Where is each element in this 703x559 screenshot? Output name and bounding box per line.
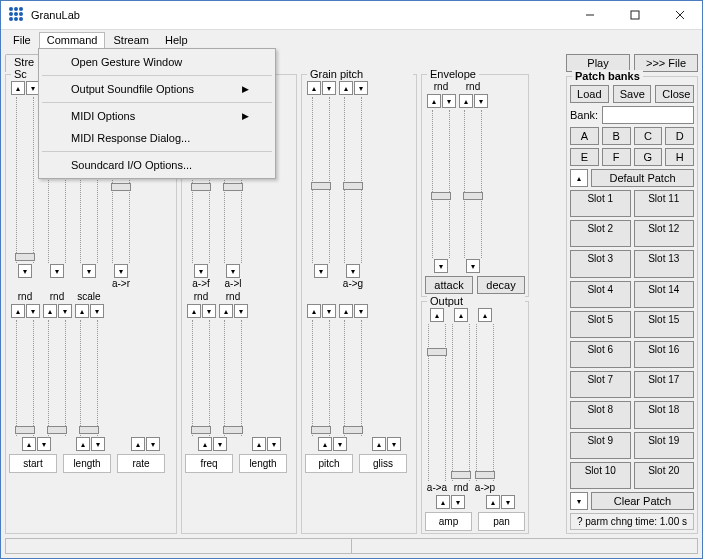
spin-up-icon[interactable]: ▴ <box>252 437 266 451</box>
slider-amp[interactable] <box>428 324 446 481</box>
spin-up-icon[interactable]: ▴ <box>43 304 57 318</box>
spin-down-icon[interactable]: ▾ <box>442 94 456 108</box>
slider-freq-rnd[interactable] <box>192 320 210 436</box>
slot-19-button[interactable]: Slot 19 <box>634 432 695 459</box>
slot-16-button[interactable]: Slot 16 <box>634 341 695 368</box>
slot-4-button[interactable]: Slot 4 <box>570 281 631 308</box>
bank-f-button[interactable]: F <box>602 148 631 166</box>
slot-14-button[interactable]: Slot 14 <box>634 281 695 308</box>
spin-up-icon[interactable]: ▴ <box>307 81 321 95</box>
spin-down-icon[interactable]: ▾ <box>213 437 227 451</box>
slot-13-button[interactable]: Slot 13 <box>634 250 695 277</box>
dropdown-icon[interactable]: ▾ <box>346 264 360 278</box>
slider-pitch2[interactable] <box>312 320 330 436</box>
bank-a-button[interactable]: A <box>570 127 599 145</box>
minimize-button[interactable] <box>567 1 612 29</box>
bank-b-button[interactable]: B <box>602 127 631 145</box>
menu-soundcard-io[interactable]: Soundcard I/O Options... <box>41 154 273 176</box>
spin-up-icon[interactable]: ▴ <box>339 81 353 95</box>
dropdown-icon[interactable]: ▾ <box>114 264 128 278</box>
spin-up-icon[interactable]: ▴ <box>219 304 233 318</box>
spin-down-icon[interactable]: ▾ <box>474 94 488 108</box>
clear-patch-button[interactable]: Clear Patch <box>591 492 694 510</box>
spin-up-icon[interactable]: ▴ <box>11 304 25 318</box>
dropdown-icon[interactable]: ▾ <box>194 264 208 278</box>
dropdown-icon[interactable]: ▾ <box>314 264 328 278</box>
spin-up-icon[interactable]: ▴ <box>11 81 25 95</box>
slider-rate-scale[interactable] <box>80 320 98 436</box>
menu-command[interactable]: Command <box>39 32 106 48</box>
spin-up-icon[interactable]: ▴ <box>454 308 468 322</box>
spin-down-icon[interactable]: ▾ <box>501 495 515 509</box>
dropdown-icon[interactable]: ▾ <box>18 264 32 278</box>
maximize-button[interactable] <box>612 1 657 29</box>
slot-11-button[interactable]: Slot 11 <box>634 190 695 217</box>
slot-12-button[interactable]: Slot 12 <box>634 220 695 247</box>
spin-up-icon[interactable]: ▴ <box>198 437 212 451</box>
spin-down-icon[interactable]: ▾ <box>90 304 104 318</box>
slider-length-rnd[interactable] <box>48 320 66 436</box>
clear-patch-down-icon[interactable]: ▾ <box>570 492 588 510</box>
spin-up-icon[interactable]: ▴ <box>430 308 444 322</box>
slot-8-button[interactable]: Slot 8 <box>570 401 631 428</box>
spin-up-icon[interactable]: ▴ <box>187 304 201 318</box>
dropdown-icon[interactable]: ▾ <box>466 259 480 273</box>
spin-up-icon[interactable]: ▴ <box>427 94 441 108</box>
spin-up-icon[interactable]: ▴ <box>478 308 492 322</box>
spin-up-icon[interactable]: ▴ <box>131 437 145 451</box>
slot-18-button[interactable]: Slot 18 <box>634 401 695 428</box>
bank-h-button[interactable]: H <box>665 148 694 166</box>
spin-down-icon[interactable]: ▾ <box>146 437 160 451</box>
close-bank-button[interactable]: Close <box>655 85 694 103</box>
attack-button[interactable]: attack <box>425 276 473 294</box>
spin-down-icon[interactable]: ▾ <box>333 437 347 451</box>
menu-help[interactable]: Help <box>157 32 196 48</box>
menu-output-soundfile[interactable]: Output Soundfile Options▶ <box>41 78 273 100</box>
slot-17-button[interactable]: Slot 17 <box>634 371 695 398</box>
spin-up-icon[interactable]: ▴ <box>75 304 89 318</box>
spin-down-icon[interactable]: ▾ <box>26 304 40 318</box>
slider-pan[interactable] <box>476 324 494 481</box>
bank-e-button[interactable]: E <box>570 148 599 166</box>
bank-input[interactable] <box>602 106 694 124</box>
spin-down-icon[interactable]: ▾ <box>37 437 51 451</box>
slider-pitch[interactable] <box>312 97 330 263</box>
spin-down-icon[interactable]: ▾ <box>267 437 281 451</box>
spin-up-icon[interactable]: ▴ <box>339 304 353 318</box>
load-button[interactable]: Load <box>570 85 609 103</box>
slider-glength-rnd[interactable] <box>224 320 242 436</box>
spin-down-icon[interactable]: ▾ <box>91 437 105 451</box>
slot-10-button[interactable]: Slot 10 <box>570 462 631 489</box>
spin-down-icon[interactable]: ▾ <box>387 437 401 451</box>
slider-start-rnd[interactable] <box>16 320 34 436</box>
slot-2-button[interactable]: Slot 2 <box>570 220 631 247</box>
slot-9-button[interactable]: Slot 9 <box>570 432 631 459</box>
bank-g-button[interactable]: G <box>634 148 663 166</box>
slot-6-button[interactable]: Slot 6 <box>570 341 631 368</box>
default-patch-button[interactable]: Default Patch <box>591 169 694 187</box>
slider-attack[interactable] <box>432 110 450 258</box>
spin-down-icon[interactable]: ▾ <box>234 304 248 318</box>
dropdown-icon[interactable]: ▾ <box>82 264 96 278</box>
decay-button[interactable]: decay <box>477 276 525 294</box>
slider-gliss[interactable] <box>344 97 362 263</box>
spin-up-icon[interactable]: ▴ <box>436 495 450 509</box>
spin-down-icon[interactable]: ▾ <box>322 81 336 95</box>
spin-up-icon[interactable]: ▴ <box>76 437 90 451</box>
slider-start-upper[interactable] <box>16 97 34 263</box>
save-button[interactable]: Save <box>613 85 652 103</box>
bank-c-button[interactable]: C <box>634 127 663 145</box>
to-file-button[interactable]: >>> File <box>634 54 698 72</box>
menu-open-gesture[interactable]: Open Gesture Window <box>41 51 273 73</box>
slot-1-button[interactable]: Slot 1 <box>570 190 631 217</box>
close-button[interactable] <box>657 1 702 29</box>
menu-midi-options[interactable]: MIDI Options▶ <box>41 105 273 127</box>
menu-midi-response[interactable]: MIDI Response Dialog... <box>41 127 273 149</box>
dropdown-icon[interactable]: ▾ <box>434 259 448 273</box>
dropdown-icon[interactable]: ▾ <box>226 264 240 278</box>
spin-down-icon[interactable]: ▾ <box>451 495 465 509</box>
spin-up-icon[interactable]: ▴ <box>459 94 473 108</box>
spin-down-icon[interactable]: ▾ <box>58 304 72 318</box>
spin-down-icon[interactable]: ▾ <box>322 304 336 318</box>
dropdown-icon[interactable]: ▾ <box>50 264 64 278</box>
